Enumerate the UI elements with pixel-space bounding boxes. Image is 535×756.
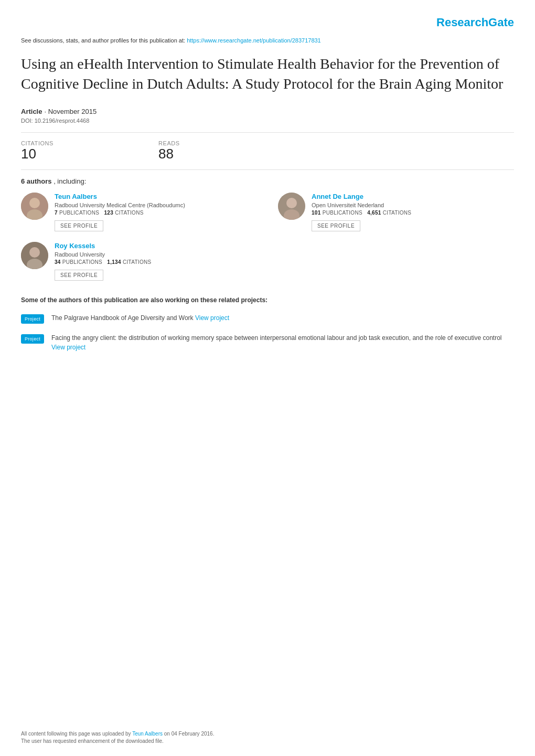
author-info-roy: Roy Kessels Radboud University 34 PUBLIC…	[55, 242, 151, 281]
author-cits-roy: 1,134	[107, 259, 121, 265]
author-affiliation-roy: Radboud University	[55, 251, 151, 258]
author-affiliation-teun: Radboud University Medical Centre (Radbo…	[55, 202, 185, 208]
citations-label: CITATIONS	[21, 140, 54, 146]
author-affiliation-annet: Open Universiteit Nederland	[312, 202, 411, 208]
reads-label: READS	[158, 140, 180, 146]
citations-value: 10	[21, 146, 54, 162]
footer-line-2: The user has requested enhancement of th…	[21, 738, 514, 744]
author-pubs-annet: 101	[312, 210, 321, 216]
project-description-2: Facing the angry client: the distributio…	[51, 334, 502, 342]
footer-author-link[interactable]: Teun Aalbers	[132, 731, 163, 737]
see-profile-button-teun[interactable]: SEE PROFILE	[55, 220, 103, 231]
author-stats-teun: 7 PUBLICATIONS 123 CITATIONS	[55, 210, 185, 216]
avatar-roy	[21, 242, 48, 269]
author-name-teun[interactable]: Teun Aalbers	[55, 193, 185, 200]
author-name-annet[interactable]: Annet De Lange	[312, 193, 411, 200]
author-cits-annet: 4,651	[367, 210, 381, 216]
avatar-annet	[278, 193, 305, 220]
article-meta: Article · November 2015 DOI: 10.2196/res…	[21, 107, 514, 124]
project-text-2: Facing the angry client: the distributio…	[51, 333, 502, 352]
see-profile-button-annet[interactable]: SEE PROFILE	[312, 220, 360, 231]
project-text-1: The Palgrave Handbook of Age Diversity a…	[51, 313, 229, 323]
reads-block: READS 88	[158, 140, 180, 162]
author-info-teun: Teun Aalbers Radboud University Medical …	[55, 193, 185, 231]
project-link-1[interactable]: View project	[195, 314, 229, 322]
authors-label: 6 authors , including:	[21, 177, 514, 185]
svg-point-7	[29, 247, 40, 258]
article-title: Using an eHealth Intervention to Stimula…	[21, 54, 514, 94]
footer-suffix: on 04 February 2016.	[164, 731, 215, 737]
author-name-roy[interactable]: Roy Kessels	[55, 242, 151, 250]
related-projects-label: Some of the authors of this publication …	[21, 296, 514, 304]
author-stats-roy: 34 PUBLICATIONS 1,134 CITATIONS	[55, 259, 151, 265]
divider-1	[21, 132, 514, 133]
authors-count: 6 authors	[21, 177, 52, 185]
project-badge-1: Project	[21, 314, 44, 324]
reads-value: 88	[158, 146, 180, 162]
footer-line-1: All content following this page was uplo…	[21, 731, 514, 737]
project-link-2[interactable]: View project	[51, 344, 85, 351]
see-profile-button-roy[interactable]: SEE PROFILE	[55, 270, 103, 281]
author-pubs-roy: 34	[55, 259, 61, 265]
authors-label-suffix: , including:	[54, 177, 86, 185]
avatar-teun	[21, 193, 48, 220]
authors-grid: Teun Aalbers Radboud University Medical …	[21, 193, 514, 281]
author-card-teun: Teun Aalbers Radboud University Medical …	[21, 193, 257, 231]
top-link-url[interactable]: https://www.researchgate.net/publication…	[187, 37, 321, 44]
project-row-2: Project Facing the angry client: the dis…	[21, 333, 514, 352]
author-card-annet: Annet De Lange Open Universiteit Nederla…	[278, 193, 514, 231]
article-type-label: Article	[21, 108, 42, 115]
project-description-1: The Palgrave Handbook of Age Diversity a…	[51, 314, 194, 322]
top-link-bar: See discussions, stats, and author profi…	[21, 37, 514, 44]
author-info-annet: Annet De Lange Open Universiteit Nederla…	[312, 193, 411, 231]
brand-logo: ResearchGate	[436, 16, 514, 29]
svg-point-1	[29, 198, 40, 208]
article-doi: DOI: 10.2196/resprot.4468	[21, 118, 514, 124]
footer: All content following this page was uplo…	[21, 731, 514, 746]
top-link-text: See discussions, stats, and author profi…	[21, 37, 187, 44]
author-cits-teun: 123	[104, 210, 113, 216]
stats-row: CITATIONS 10 READS 88	[21, 140, 514, 162]
header: ResearchGate	[21, 10, 514, 37]
svg-point-4	[286, 198, 297, 208]
project-row-1: Project The Palgrave Handbook of Age Div…	[21, 313, 514, 324]
author-stats-annet: 101 PUBLICATIONS 4,651 CITATIONS	[312, 210, 411, 216]
article-date: · November 2015	[44, 108, 97, 115]
project-badge-2: Project	[21, 334, 44, 344]
citations-block: CITATIONS 10	[21, 140, 54, 162]
divider-2	[21, 169, 514, 170]
author-pubs-teun: 7	[55, 210, 58, 216]
footer-prefix: All content following this page was uplo…	[21, 731, 132, 737]
author-card-roy: Roy Kessels Radboud University 34 PUBLIC…	[21, 242, 257, 281]
